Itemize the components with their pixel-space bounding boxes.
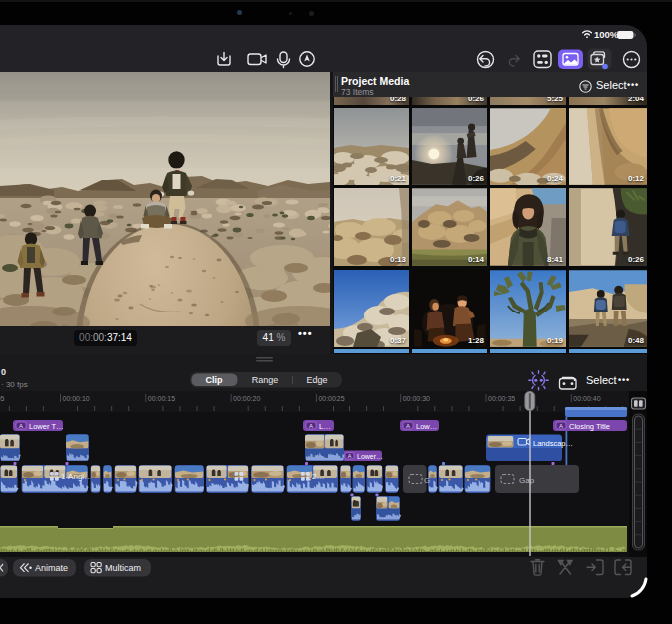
svg-text:Low…: Low…	[416, 422, 437, 431]
svg-text:Clip: Clip	[206, 375, 224, 385]
svg-text:A: A	[559, 423, 563, 429]
svg-text:Multicam: Multicam	[105, 563, 141, 573]
svg-text:· 30 fps: · 30 fps	[1, 380, 28, 389]
svg-text:A: A	[348, 453, 352, 459]
svg-text:00:00:10: 00:00:10	[63, 395, 90, 402]
svg-text:Edge: Edge	[306, 375, 327, 385]
svg-text:100%: 100%	[594, 29, 619, 40]
svg-text:00:00:05: 00:00:05	[0, 395, 5, 402]
svg-text:Landscap…: Landscap…	[533, 439, 573, 448]
svg-text:L…: L…	[319, 422, 331, 431]
svg-text:Lower…: Lower…	[357, 453, 383, 460]
svg-text:1-Angl…: 1-Angl…	[61, 472, 92, 481]
svg-text:Lower T…: Lower T…	[29, 422, 63, 431]
svg-text:00:00:25: 00:00:25	[318, 395, 344, 402]
svg-text:A: A	[406, 423, 410, 429]
svg-text:00:00:15: 00:00:15	[148, 395, 175, 402]
svg-text:00:00:30: 00:00:30	[403, 395, 430, 402]
svg-text:G: G	[424, 476, 430, 485]
svg-text:•••: •••	[618, 375, 630, 385]
svg-text:00:00:35: 00:00:35	[488, 395, 515, 402]
svg-text:Animate: Animate	[35, 563, 68, 573]
svg-text:Select: Select	[586, 374, 617, 386]
svg-text:00:00:40: 00:00:40	[573, 395, 600, 402]
svg-text:Range: Range	[252, 375, 279, 385]
svg-text:Gap: Gap	[519, 476, 535, 485]
svg-text:2…: 2…	[312, 472, 324, 481]
svg-text:A: A	[19, 423, 23, 429]
svg-text:0: 0	[1, 367, 6, 377]
svg-text:A: A	[309, 423, 313, 429]
svg-text:00:00:20: 00:00:20	[233, 395, 260, 402]
svg-text:Closing Title: Closing Title	[569, 422, 610, 431]
